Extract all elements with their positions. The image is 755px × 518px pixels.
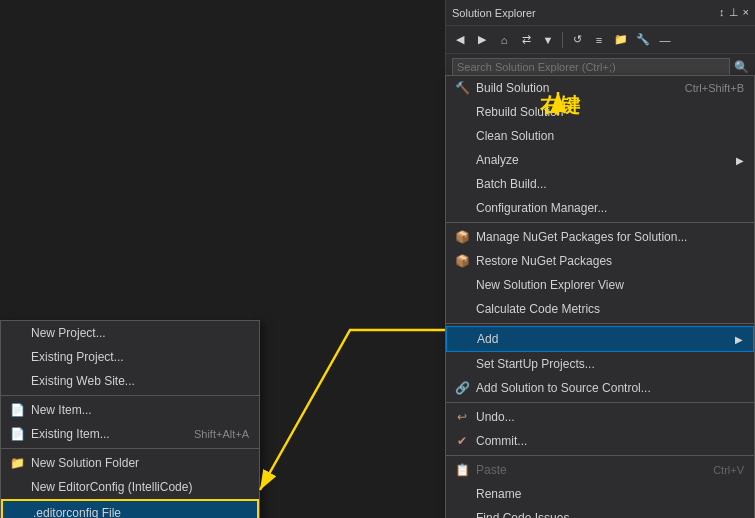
- right-context-menu: 🔨 Build Solution Ctrl+Shift+B Rebuild So…: [445, 75, 755, 518]
- menu-label-nuget: Manage NuGet Packages for Solution...: [476, 230, 744, 244]
- menu-item-manage-nuget[interactable]: 📦 Manage NuGet Packages for Solution...: [446, 225, 754, 249]
- menu-item-new-sol-explorer[interactable]: New Solution Explorer View: [446, 273, 754, 297]
- menu-item-existing-item[interactable]: 📄 Existing Item... Shift+Alt+A: [1, 422, 259, 446]
- toolbar-filter-btn[interactable]: ≡: [589, 30, 609, 50]
- paste-icon: 📋: [454, 462, 470, 478]
- menu-shortcut-build: Ctrl+Shift+B: [685, 82, 744, 94]
- menu-label-find-issues: Find Code Issues: [476, 511, 744, 518]
- commit-icon: ✔: [454, 433, 470, 449]
- config-icon: [454, 200, 470, 216]
- new-sol-icon: [454, 277, 470, 293]
- menu-item-new-solution-folder[interactable]: 📁 New Solution Folder: [1, 451, 259, 475]
- toolbar-props-btn[interactable]: 🔧: [633, 30, 653, 50]
- se-title-icons: ↕ ⊥ ×: [719, 6, 749, 19]
- menu-label-editorconfig-file: .editorconfig File: [33, 506, 247, 518]
- code-metrics-icon: [454, 301, 470, 317]
- menu-item-find-issues[interactable]: Find Code Issues: [446, 506, 754, 518]
- menu-item-batch-build[interactable]: Batch Build...: [446, 172, 754, 196]
- menu-label-add-source: Add Solution to Source Control...: [476, 381, 744, 395]
- toolbar-forward-btn[interactable]: ▶: [472, 30, 492, 50]
- menu-item-code-metrics[interactable]: Calculate Code Metrics: [446, 297, 754, 321]
- existing-item-shortcut: Shift+Alt+A: [194, 428, 249, 440]
- editorconfig-file-icon: [11, 505, 27, 518]
- clean-icon: [454, 128, 470, 144]
- existing-item-icon: 📄: [9, 426, 25, 442]
- se-close-icon[interactable]: ×: [743, 6, 749, 19]
- search-input[interactable]: [452, 58, 730, 76]
- add-submenu-arrow: ▶: [735, 334, 743, 345]
- menu-label-undo: Undo...: [476, 410, 744, 424]
- nuget-icon: 📦: [454, 229, 470, 245]
- menu-item-existing-project[interactable]: Existing Project...: [1, 345, 259, 369]
- toolbar-home-btn[interactable]: ⌂: [494, 30, 514, 50]
- menu-item-commit[interactable]: ✔ Commit...: [446, 429, 754, 453]
- se-pin-icon[interactable]: ↕: [719, 6, 725, 19]
- menu-item-analyze[interactable]: Analyze ▶: [446, 148, 754, 172]
- menu-label-clean: Clean Solution: [476, 129, 744, 143]
- menu-label-new-sol: New Solution Explorer View: [476, 278, 744, 292]
- menu-label-build: Build Solution: [476, 81, 659, 95]
- se-title: Solution Explorer: [452, 7, 536, 19]
- analyze-submenu-arrow: ▶: [736, 155, 744, 166]
- se-toolbar: ◀ ▶ ⌂ ⇄ ▼ ↺ ≡ 📁 🔧 —: [446, 26, 755, 54]
- menu-label-existing-project: Existing Project...: [31, 350, 249, 364]
- menu-item-new-item[interactable]: 📄 New Item...: [1, 398, 259, 422]
- menu-item-rebuild[interactable]: Rebuild Solution: [446, 100, 754, 124]
- menu-item-build-solution[interactable]: 🔨 Build Solution Ctrl+Shift+B: [446, 76, 754, 100]
- toolbar-separator: [562, 32, 563, 48]
- menu-item-rename[interactable]: Rename: [446, 482, 754, 506]
- menu-item-add-to-source[interactable]: 🔗 Add Solution to Source Control...: [446, 376, 754, 400]
- menu-item-add[interactable]: Add ▶: [446, 326, 754, 352]
- editorconfig-intellicode-icon: [9, 479, 25, 495]
- search-icon: 🔍: [734, 60, 749, 74]
- restore-nuget-icon: 📦: [454, 253, 470, 269]
- toolbar-refresh-btn[interactable]: ↺: [567, 30, 587, 50]
- toolbar-sync-btn[interactable]: ⇄: [516, 30, 536, 50]
- menu-label-code-metrics: Calculate Code Metrics: [476, 302, 744, 316]
- menu-item-new-editorconfig[interactable]: New EditorConfig (IntelliCode): [1, 475, 259, 499]
- se-title-bar: Solution Explorer ↕ ⊥ ×: [446, 0, 755, 26]
- find-issues-icon: [454, 510, 470, 518]
- menu-item-set-startup[interactable]: Set StartUp Projects...: [446, 352, 754, 376]
- menu-item-restore-nuget[interactable]: 📦 Restore NuGet Packages: [446, 249, 754, 273]
- menu-item-new-project[interactable]: New Project...: [1, 321, 259, 345]
- menu-item-paste[interactable]: 📋 Paste Ctrl+V: [446, 458, 754, 482]
- analyze-icon: [454, 152, 470, 168]
- menu-item-editorconfig-file[interactable]: .editorconfig File: [1, 499, 259, 518]
- add-icon: [455, 331, 471, 347]
- menu-label-new-editorconfig: New EditorConfig (IntelliCode): [31, 480, 249, 494]
- left-separator-2: [1, 448, 259, 449]
- menu-label-batch-build: Batch Build...: [476, 177, 744, 191]
- rebuild-icon: [454, 104, 470, 120]
- solution-folder-icon: 📁: [9, 455, 25, 471]
- menu-label-existing-website: Existing Web Site...: [31, 374, 249, 388]
- menu-item-clean[interactable]: Clean Solution: [446, 124, 754, 148]
- toolbar-minimize-btn[interactable]: —: [655, 30, 675, 50]
- menu-label-config: Configuration Manager...: [476, 201, 744, 215]
- menu-label-add: Add: [477, 332, 729, 346]
- existing-website-icon: [9, 373, 25, 389]
- toolbar-dropdown-btn[interactable]: ▼: [538, 30, 558, 50]
- build-icon: 🔨: [454, 80, 470, 96]
- batch-build-icon: [454, 176, 470, 192]
- rename-icon: [454, 486, 470, 502]
- new-item-icon: 📄: [9, 402, 25, 418]
- menu-label-paste: Paste: [476, 463, 687, 477]
- source-control-icon: 🔗: [454, 380, 470, 396]
- menu-item-undo[interactable]: ↩ Undo...: [446, 405, 754, 429]
- toolbar-back-btn[interactable]: ◀: [450, 30, 470, 50]
- menu-item-existing-website[interactable]: Existing Web Site...: [1, 369, 259, 393]
- menu-label-rebuild: Rebuild Solution: [476, 105, 744, 119]
- se-auto-hide-icon[interactable]: ⊥: [729, 6, 739, 19]
- menu-item-config-manager[interactable]: Configuration Manager...: [446, 196, 754, 220]
- toolbar-folder-btn[interactable]: 📁: [611, 30, 631, 50]
- separator-1: [446, 222, 754, 223]
- undo-icon: ↩: [454, 409, 470, 425]
- menu-label-new-sol-folder: New Solution Folder: [31, 456, 249, 470]
- separator-3: [446, 402, 754, 403]
- paste-shortcut: Ctrl+V: [713, 464, 744, 476]
- menu-label-new-item: New Item...: [31, 403, 249, 417]
- menu-label-set-startup: Set StartUp Projects...: [476, 357, 744, 371]
- menu-label-restore-nuget: Restore NuGet Packages: [476, 254, 744, 268]
- separator-2: [446, 323, 754, 324]
